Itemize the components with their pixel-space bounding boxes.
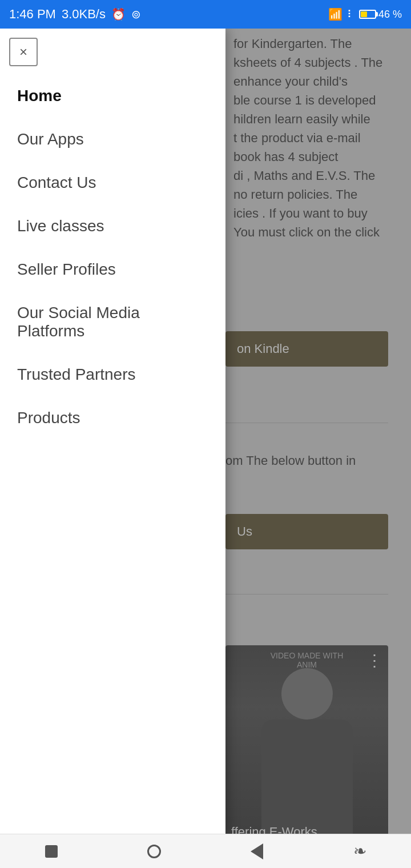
alarm-icon: ⏰ (111, 7, 126, 21)
drawer-overlay (225, 29, 411, 834)
status-bar: 1:46 PM 3.0KB/s ⏰ ⊚ 📶 ⠇ 46 % (0, 0, 411, 29)
back-button[interactable] (243, 840, 271, 863)
sidebar-item-live-classes[interactable]: Live classes (17, 204, 208, 248)
battery-percent: 46 % (378, 9, 402, 21)
signal-icon: ⠇ (347, 8, 354, 21)
square-icon (45, 845, 58, 858)
status-right: 📶 ⠇ 46 % (328, 7, 402, 21)
sidebar-item-social-media[interactable]: Our Social Media Platforms (17, 291, 208, 353)
person-button[interactable]: ❧ (345, 840, 374, 863)
sidebar-item-contact-us[interactable]: Contact Us (17, 161, 208, 204)
side-drawer: × Home Our Apps Contact Us Live classes … (0, 29, 225, 834)
battery-fill (361, 11, 367, 17)
home-button[interactable] (140, 840, 168, 863)
navigation-menu: Home Our Apps Contact Us Live classes Se… (0, 29, 225, 457)
circle-icon (147, 845, 161, 858)
whatsapp-icon: ⊚ (131, 7, 141, 21)
battery-icon (359, 10, 376, 19)
back-icon (251, 843, 263, 859)
close-drawer-button[interactable]: × (9, 38, 38, 66)
person-icon: ❧ (353, 842, 366, 861)
sidebar-item-trusted-partners[interactable]: Trusted Partners (17, 353, 208, 396)
square-button[interactable] (37, 840, 66, 863)
sidebar-item-our-apps[interactable]: Our Apps (17, 118, 208, 161)
sidebar-item-seller-profiles[interactable]: Seller Profiles (17, 248, 208, 291)
bottom-navigation: ❧ (0, 834, 411, 868)
time: 1:46 PM (9, 7, 56, 22)
battery: 46 % (359, 9, 402, 21)
speed: 3.0KB/s (62, 7, 106, 22)
status-left: 1:46 PM 3.0KB/s ⏰ ⊚ (9, 7, 141, 22)
wifi-icon: 📶 (328, 7, 342, 21)
sidebar-item-products[interactable]: Products (17, 396, 208, 440)
sidebar-item-home[interactable]: Home (17, 74, 208, 118)
